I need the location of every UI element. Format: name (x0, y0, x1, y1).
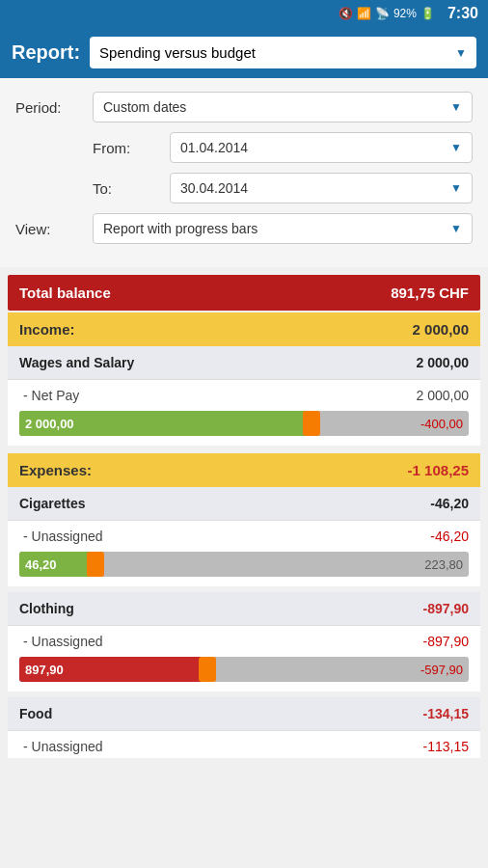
to-label: To: (93, 180, 170, 197)
cigarettes-progress-fill: 46,20 (19, 552, 95, 577)
wages-progress-track: 2 000,00 -400,00 (19, 411, 469, 436)
food-unassigned-value: -113,15 (423, 739, 469, 754)
cigarettes-progress-track: 46,20 223,80 (19, 552, 469, 577)
clothing-progress-right-value: -597,90 (420, 663, 463, 677)
period-dropdown[interactable]: Custom dates ▼ (93, 92, 473, 122)
income-value: 2 000,00 (413, 321, 469, 338)
cigarettes-unassigned-label: - Unassigned (23, 529, 103, 544)
report-area: Total balance 891,75 CHF Income: 2 000,0… (0, 267, 488, 773)
wifi-icon: 📶 (357, 7, 371, 20)
cigarettes-label: Cigarettes (19, 496, 85, 511)
netpay-sub-row: - Net Pay 2 000,00 (8, 380, 480, 407)
netpay-value: 2 000,00 (417, 388, 470, 403)
form-area: Period: Custom dates ▼ From: 01.04.2014 … (0, 78, 488, 267)
view-dropdown[interactable]: Report with progress bars ▼ (93, 213, 473, 244)
cigarettes-category-row: Cigarettes -46,20 (8, 487, 480, 521)
from-row: From: 01.04.2014 ▼ (93, 132, 473, 163)
cigarettes-progress-container: 46,20 223,80 (8, 548, 480, 586)
header: Report: Spending versus budget ▼ (0, 27, 488, 78)
wages-progress-fill-label: 2 000,00 (25, 417, 74, 431)
cigarettes-value: -46,20 (430, 496, 469, 511)
income-section: Income: 2 000,00 Wages and Salary 2 000,… (8, 312, 480, 446)
wages-progress-right-value: -400,00 (420, 417, 463, 431)
clothing-progress-fill-label: 897,90 (25, 663, 64, 677)
cigarettes-progress-marker (87, 552, 104, 577)
clothing-unassigned-value: -897,90 (423, 634, 469, 649)
status-icons: 🔇 📶 📡 92% 🔋 (339, 7, 435, 20)
from-value: 01.04.2014 (180, 140, 248, 155)
clothing-progress-container: 897,90 -597,90 (8, 653, 480, 692)
clothing-progress-fill: 897,90 (19, 657, 208, 682)
cigarettes-progress-right-value: 223,80 (424, 557, 463, 572)
food-unassigned-label: - Unassigned (23, 739, 103, 754)
total-balance-value: 891,75 CHF (391, 285, 469, 301)
food-value: -134,15 (423, 706, 469, 721)
to-dropdown[interactable]: 30.04.2014 ▼ (170, 173, 473, 203)
wages-category-row: Wages and Salary 2 000,00 (8, 346, 480, 380)
expenses-label: Expenses: (19, 462, 92, 478)
total-balance-row: Total balance 891,75 CHF (8, 275, 480, 311)
total-balance-label: Total balance (19, 285, 111, 301)
to-arrow-icon: ▼ (450, 181, 462, 195)
status-time: 7:30 (447, 5, 478, 22)
period-label: Period: (15, 99, 93, 116)
clothing-category-row: Clothing -897,90 (8, 592, 480, 626)
to-value: 30.04.2014 (180, 180, 248, 196)
expenses-value: -1 108,25 (408, 462, 469, 478)
wages-label: Wages and Salary (19, 355, 134, 370)
battery-icon: 🔋 (420, 7, 435, 20)
period-row: Period: Custom dates ▼ (15, 92, 473, 122)
cigarettes-unassigned-value: -46,20 (430, 529, 469, 544)
period-value: Custom dates (103, 99, 186, 115)
signal-icon: 📡 (375, 7, 390, 20)
wages-progress-marker (303, 411, 320, 436)
header-label: Report: (12, 41, 80, 64)
to-row: To: 30.04.2014 ▼ (93, 173, 473, 203)
cigarettes-sub-row: - Unassigned -46,20 (8, 521, 480, 548)
wages-progress-fill: 2 000,00 (19, 411, 312, 436)
income-header: Income: 2 000,00 (8, 312, 480, 346)
battery-text: 92% (393, 7, 417, 20)
wages-progress-container: 2 000,00 -400,00 (8, 407, 480, 446)
report-type-arrow-icon: ▼ (455, 46, 467, 60)
expenses-header: Expenses: -1 108,25 (8, 453, 480, 487)
wages-value: 2 000,00 (417, 355, 470, 370)
from-dropdown[interactable]: 01.04.2014 ▼ (170, 132, 473, 163)
from-label: From: (93, 140, 170, 156)
view-row: View: Report with progress bars ▼ (15, 213, 473, 244)
food-sub-row: - Unassigned -113,15 (8, 731, 480, 758)
income-label: Income: (19, 321, 75, 338)
view-arrow-icon: ▼ (450, 222, 462, 235)
mute-icon: 🔇 (339, 7, 353, 20)
report-type-dropdown[interactable]: Spending versus budget ▼ (90, 37, 476, 68)
clothing-sub-row: - Unassigned -897,90 (8, 626, 480, 653)
view-label: View: (15, 221, 93, 237)
clothing-label: Clothing (19, 601, 74, 616)
period-arrow-icon: ▼ (450, 100, 462, 114)
status-bar: 🔇 📶 📡 92% 🔋 7:30 (0, 0, 488, 27)
food-category-row: Food -134,15 (8, 697, 480, 731)
cigarettes-progress-fill-label: 46,20 (25, 557, 57, 572)
from-arrow-icon: ▼ (450, 141, 462, 154)
clothing-unassigned-label: - Unassigned (23, 634, 103, 649)
clothing-value: -897,90 (423, 601, 469, 616)
view-value: Report with progress bars (103, 221, 258, 236)
food-label: Food (19, 706, 52, 721)
clothing-progress-marker (199, 657, 216, 682)
report-type-value: Spending versus budget (99, 44, 256, 61)
clothing-progress-track: 897,90 -597,90 (19, 657, 469, 682)
netpay-label: - Net Pay (23, 388, 79, 403)
expenses-section: Expenses: -1 108,25 Cigarettes -46,20 - … (8, 453, 480, 758)
